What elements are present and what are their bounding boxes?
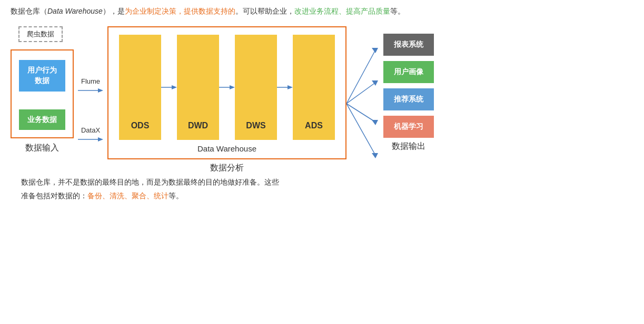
intro-text1: 数据仓库（ bbox=[11, 7, 47, 15]
warehouse-section: ODS DWD DWS bbox=[107, 26, 346, 174]
datax-label: DataX bbox=[81, 126, 100, 134]
svg-line-10 bbox=[346, 50, 375, 104]
output-ml: 机器学习 bbox=[383, 116, 434, 138]
input-box: 用户行为数据 业务数据 bbox=[11, 49, 74, 138]
output-user-profile: 用户画像 bbox=[383, 61, 434, 83]
svg-line-12 bbox=[346, 83, 375, 104]
svg-marker-1 bbox=[98, 88, 103, 93]
flume-arrow bbox=[78, 86, 103, 95]
output-recommend: 推荐系统 bbox=[383, 88, 434, 110]
arrow-dws-ads bbox=[277, 83, 293, 92]
input-section: 爬虫数据 用户行为数据 业务数据 数据输入 bbox=[11, 26, 74, 174]
connector-block: Flume DataX bbox=[74, 47, 107, 174]
crawl-box: 爬虫数据 bbox=[18, 26, 63, 42]
intro-paragraph: 数据仓库（Data Warehouse），是为企业制定决策，提供数据支持的。可以… bbox=[11, 5, 633, 17]
footer-text1: 数据仓库，并不是数据的最终目的地，而是为数据最终的目的地做好准备。这些 bbox=[21, 178, 279, 186]
svg-marker-3 bbox=[98, 137, 103, 141]
intro-text2: ），是 bbox=[103, 7, 125, 15]
dw-label: Data Warehouse bbox=[47, 7, 103, 15]
arrow-ods-dwd-svg bbox=[161, 83, 177, 92]
output-nodes: 报表系统 用户画像 推荐系统 机器学习 bbox=[383, 34, 434, 138]
footer-text: 数据仓库，并不是数据的最终目的地，而是为数据最终的目的地做好准备。这些 准备包括… bbox=[21, 176, 633, 202]
footer-line1: 数据仓库，并不是数据的最终目的地，而是为数据最终的目的地做好准备。这些 bbox=[21, 176, 633, 189]
intro-text3: 。可以帮助企业， bbox=[235, 7, 294, 15]
arrow-ods-dwd bbox=[161, 83, 177, 92]
footer-highlight: 备份、清洗、聚合、统计 bbox=[87, 191, 169, 200]
arrow-dwd-dws-svg bbox=[219, 83, 235, 92]
biz-data-box: 业务数据 bbox=[19, 109, 65, 130]
svg-marker-9 bbox=[288, 85, 293, 89]
intro-highlight1: 为企业制定决策，提供数据支持的 bbox=[125, 7, 235, 15]
flume-label: Flume bbox=[81, 77, 100, 85]
flume-connector: Flume bbox=[78, 77, 103, 95]
arrow-dwd-dws bbox=[219, 83, 235, 92]
svg-marker-11 bbox=[372, 48, 378, 53]
layer-ods: ODS bbox=[119, 35, 161, 140]
footer-text2: 准备包括对数据的： bbox=[21, 191, 87, 200]
svg-line-14 bbox=[346, 104, 375, 122]
intro-text4: 等。 bbox=[390, 7, 405, 15]
user-data-box: 用户行为数据 bbox=[19, 60, 65, 91]
layer-ads: ADS bbox=[293, 35, 335, 140]
analysis-label: 数据分析 bbox=[210, 163, 244, 174]
intro-highlight2: 改进业务流程、提高产品质量 bbox=[294, 7, 390, 15]
datax-arrow bbox=[78, 135, 103, 144]
warehouse-box: ODS DWD DWS bbox=[107, 26, 346, 159]
input-section-label: 数据输入 bbox=[11, 143, 74, 154]
svg-line-16 bbox=[346, 104, 375, 155]
arrow-dws-ads-svg bbox=[277, 83, 293, 92]
fan-connector bbox=[346, 34, 383, 174]
output-section: 报表系统 用户画像 推荐系统 机器学习 数据输出 bbox=[383, 34, 434, 174]
svg-marker-17 bbox=[372, 153, 378, 158]
layer-dws: DWS bbox=[235, 35, 277, 140]
user-data-node: 用户行为数据 bbox=[19, 60, 65, 91]
layer-dwd: DWD bbox=[177, 35, 219, 140]
biz-data-node: 业务数据 bbox=[19, 109, 65, 130]
fan-arrows-svg bbox=[346, 40, 383, 167]
crawl-section: 爬虫数据 bbox=[13, 26, 76, 46]
diagram: 爬虫数据 用户行为数据 业务数据 数据输入 Flume DataX bbox=[11, 26, 633, 174]
svg-marker-7 bbox=[230, 85, 235, 89]
svg-marker-15 bbox=[372, 120, 378, 125]
output-section-label: 数据输出 bbox=[392, 141, 425, 152]
footer-line2: 准备包括对数据的：备份、清洗、聚合、统计等。 bbox=[21, 189, 633, 202]
footer-text3: 等。 bbox=[169, 191, 183, 200]
warehouse-title: Data Warehouse bbox=[197, 144, 256, 153]
svg-marker-5 bbox=[172, 85, 177, 89]
warehouse-layers: ODS DWD DWS bbox=[119, 35, 335, 140]
datax-connector: DataX bbox=[78, 126, 103, 144]
output-report: 报表系统 bbox=[383, 34, 434, 56]
